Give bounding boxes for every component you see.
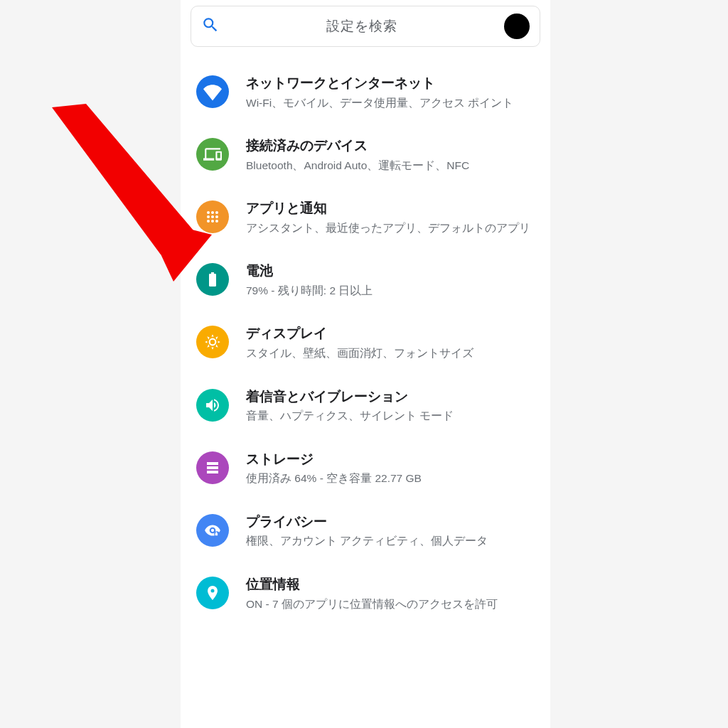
settings-list: ネットワークとインターネット Wi-Fi、モバイル、データ使用量、アクセス ポイ… <box>181 47 550 622</box>
item-title: ネットワークとインターネット <box>246 74 536 92</box>
svg-point-7 <box>211 220 214 223</box>
item-title: プライバシー <box>246 513 536 531</box>
settings-item-network[interactable]: ネットワークとインターネット Wi-Fi、モバイル、データ使用量、アクセス ポイ… <box>181 64 550 121</box>
settings-item-location[interactable]: 位置情報 ON - 7 個のアプリに位置情報へのアクセスを許可 <box>181 565 550 622</box>
location-icon <box>196 577 229 609</box>
display-icon <box>196 326 229 358</box>
item-title: アプリと通知 <box>246 199 536 218</box>
svg-point-10 <box>208 467 210 469</box>
item-title: 接続済みのデバイス <box>246 136 536 155</box>
svg-point-4 <box>211 215 214 218</box>
battery-icon <box>196 263 229 296</box>
settings-item-battery[interactable]: 電池 79% - 残り時間: 2 日以上 <box>181 252 550 309</box>
svg-point-2 <box>215 211 218 214</box>
item-subtitle: アシスタント、最近使ったアプリ、デフォルトのアプリ <box>246 220 536 236</box>
item-title: 電池 <box>246 262 536 280</box>
item-title: ストレージ <box>246 450 536 469</box>
item-subtitle: 音量、ハプティクス、サイレント モード <box>246 408 536 424</box>
svg-point-8 <box>215 220 218 223</box>
item-title: 位置情報 <box>246 575 536 594</box>
item-subtitle: Wi-Fi、モバイル、データ使用量、アクセス ポイント <box>246 95 536 111</box>
settings-item-apps[interactable]: アプリと通知 アシスタント、最近使ったアプリ、デフォルトのアプリ <box>181 189 550 246</box>
svg-point-1 <box>211 211 214 214</box>
privacy-icon <box>196 514 229 547</box>
storage-icon <box>196 451 229 484</box>
avatar[interactable] <box>504 14 530 39</box>
settings-screen: 設定を検索 ネットワークとインターネット Wi-Fi、モバイル、データ使用量、ア… <box>181 0 550 728</box>
settings-item-display[interactable]: ディスプレイ スタイル、壁紙、画面消灯、フォントサイズ <box>181 314 550 371</box>
svg-point-5 <box>215 215 218 218</box>
svg-point-6 <box>207 220 210 223</box>
apps-icon <box>196 200 229 233</box>
svg-point-12 <box>211 529 214 532</box>
settings-item-privacy[interactable]: プライバシー 権限、アカウント アクティビティ、個人データ <box>181 503 550 560</box>
item-subtitle: 権限、アカウント アクティビティ、個人データ <box>246 533 536 549</box>
settings-item-connected-devices[interactable]: 接続済みのデバイス Bluetooth、Android Auto、運転モード、N… <box>181 127 550 183</box>
settings-item-sound[interactable]: 着信音とバイブレーション 音量、ハプティクス、サイレント モード <box>181 378 550 434</box>
item-title: ディスプレイ <box>246 324 536 343</box>
item-subtitle: 使用済み 64% - 空き容量 22.77 GB <box>246 471 536 486</box>
item-subtitle: Bluetooth、Android Auto、運転モード、NFC <box>246 158 536 173</box>
item-title: 着信音とバイブレーション <box>246 387 536 406</box>
item-subtitle: スタイル、壁紙、画面消灯、フォントサイズ <box>246 346 536 361</box>
search-icon <box>201 16 220 37</box>
item-subtitle: 79% - 残り時間: 2 日以上 <box>246 283 536 299</box>
search-placeholder: 設定を検索 <box>220 17 504 36</box>
settings-item-storage[interactable]: ストレージ 使用済み 64% - 空き容量 22.77 GB <box>181 440 550 497</box>
svg-point-11 <box>208 471 210 473</box>
svg-point-9 <box>208 463 210 464</box>
sound-icon <box>196 389 229 422</box>
svg-point-0 <box>207 211 210 214</box>
item-subtitle: ON - 7 個のアプリに位置情報へのアクセスを許可 <box>246 596 536 612</box>
devices-icon <box>196 138 229 171</box>
svg-point-3 <box>207 215 210 218</box>
svg-marker-14 <box>52 104 193 255</box>
wifi-icon <box>196 75 229 108</box>
search-bar[interactable]: 設定を検索 <box>191 6 540 47</box>
